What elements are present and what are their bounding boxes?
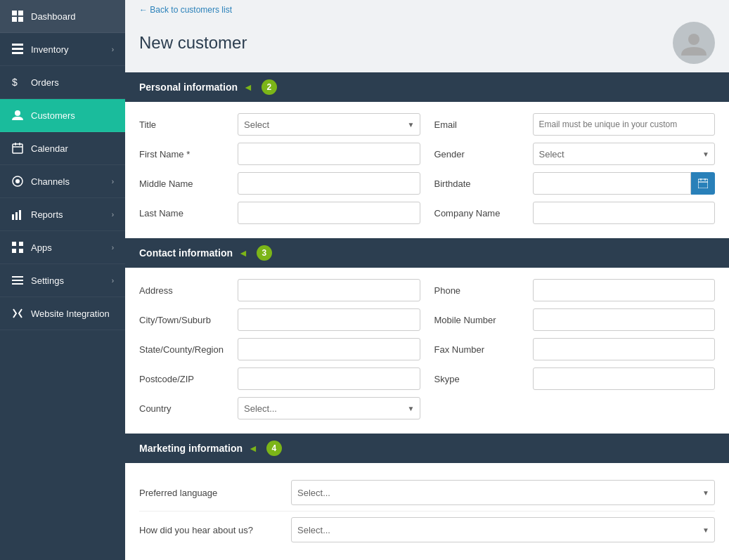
- sidebar-item-inventory[interactable]: Inventory ›: [0, 33, 125, 66]
- contact-badge: 3: [257, 245, 272, 261]
- back-to-customers-link[interactable]: ← Back to customers list: [139, 5, 232, 15]
- svg-rect-9: [13, 144, 22, 153]
- first-name-field-row: First Name *: [139, 143, 420, 165]
- preferred-language-select[interactable]: Select... English French Spanish German: [291, 480, 715, 505]
- fax-label: Fax Number: [434, 344, 526, 355]
- sidebar-item-dashboard[interactable]: Dashboard: [0, 0, 125, 33]
- gender-select[interactable]: Select Male Female Other: [533, 143, 716, 165]
- phone-field-row: Phone: [434, 279, 716, 301]
- phone-input[interactable]: [533, 279, 716, 301]
- skype-input[interactable]: [533, 367, 716, 390]
- fax-input[interactable]: [533, 338, 716, 360]
- how-did-hear-select[interactable]: Select... Google Social Media Word of Mo…: [291, 517, 715, 542]
- sidebar-item-orders-label: Orders: [31, 77, 114, 88]
- last-name-input[interactable]: [238, 202, 420, 224]
- company-name-label: Company Name: [434, 208, 526, 219]
- personal-form-grid: Title Select Mr Mrs Ms Dr: [139, 113, 715, 224]
- svg-rect-23: [12, 280, 23, 281]
- website-integration-icon: [11, 307, 24, 320]
- svg-rect-4: [12, 44, 23, 46]
- skype-field-row: Skype: [434, 367, 716, 390]
- how-did-hear-select-wrapper: Select... Google Social Media Word of Mo…: [291, 517, 715, 542]
- first-name-label: First Name *: [139, 149, 231, 159]
- personal-information-header: Personal information 2: [125, 72, 729, 102]
- address-input[interactable]: [238, 279, 420, 301]
- inventory-arrow-icon: ›: [112, 46, 114, 53]
- svg-rect-5: [12, 48, 23, 50]
- title-select[interactable]: Select Mr Mrs Ms Dr: [238, 113, 420, 136]
- title-select-wrapper: Select Mr Mrs Ms Dr: [238, 113, 420, 136]
- apps-icon: [11, 241, 24, 254]
- personal-information-body: Title Select Mr Mrs Ms Dr: [125, 102, 729, 238]
- channels-arrow-icon: ›: [112, 178, 114, 185]
- birthdate-input-group: [533, 172, 716, 195]
- gender-select-wrapper: Select Male Female Other: [533, 143, 716, 165]
- sidebar-item-website-integration[interactable]: Website Integration: [0, 297, 125, 330]
- svg-rect-19: [19, 242, 23, 246]
- svg-point-14: [15, 179, 20, 183]
- postcode-input[interactable]: [238, 367, 420, 390]
- personal-information-section: Personal information 2 Title Select Mr M…: [125, 72, 729, 238]
- middle-name-label: Middle Name: [139, 178, 231, 189]
- company-name-input[interactable]: [533, 202, 716, 224]
- sidebar-item-calendar[interactable]: Calendar: [0, 132, 125, 165]
- contact-form-grid: Address Phone City/Town/Suburb: [139, 279, 715, 419]
- sidebar-item-customers[interactable]: Customers: [0, 99, 125, 132]
- apps-arrow-icon: ›: [112, 244, 114, 252]
- sidebar-item-settings[interactable]: Settings ›: [0, 264, 125, 297]
- mobile-label: Mobile Number: [434, 315, 526, 325]
- phone-label: Phone: [434, 285, 526, 296]
- sidebar-item-reports-label: Reports: [31, 209, 112, 220]
- dashboard-icon: [11, 10, 24, 22]
- skype-label: Skype: [434, 374, 526, 384]
- title-field-row: Title Select Mr Mrs Ms Dr: [139, 113, 420, 136]
- preferred-language-label: Preferred language: [139, 488, 280, 498]
- sidebar-item-website-integration-label: Website Integration: [31, 308, 114, 319]
- country-field-row: Country Select... United States United K…: [139, 397, 420, 419]
- main-content: ← Back to customers list New customer Pe…: [125, 0, 729, 560]
- sidebar-item-reports[interactable]: Reports ›: [0, 198, 125, 231]
- contact-information-title: Contact information: [139, 247, 233, 259]
- svg-rect-2: [12, 17, 17, 22]
- marketing-information-body: Preferred language Select... English Fre…: [125, 463, 729, 560]
- calendar-picker-button[interactable]: [691, 172, 715, 195]
- city-input[interactable]: [238, 308, 420, 331]
- first-name-input[interactable]: [238, 143, 420, 165]
- sidebar-item-apps-label: Apps: [31, 242, 112, 253]
- email-field-row: Email: [434, 113, 716, 136]
- middle-name-field-row: Middle Name: [139, 172, 420, 195]
- birthdate-label: Birthdate: [434, 178, 526, 189]
- city-field-row: City/Town/Suburb: [139, 308, 420, 331]
- sidebar-item-channels[interactable]: Channels ›: [0, 165, 125, 198]
- sidebar-item-dashboard-label: Dashboard: [31, 11, 114, 22]
- sidebar-item-apps[interactable]: Apps ›: [0, 231, 125, 264]
- birthdate-input[interactable]: [533, 172, 692, 195]
- company-name-field-row: Company Name: [434, 202, 716, 224]
- mobile-input[interactable]: [533, 308, 716, 331]
- svg-rect-1: [18, 11, 23, 15]
- svg-text:$: $: [12, 77, 18, 88]
- preferred-language-row: Preferred language Select... English Fre…: [139, 474, 715, 512]
- address-field-row: Address: [139, 279, 420, 301]
- svg-rect-21: [19, 249, 23, 253]
- svg-rect-17: [19, 210, 21, 220]
- svg-rect-15: [12, 214, 14, 220]
- settings-icon: [11, 274, 24, 287]
- page-title: New customer: [139, 33, 247, 53]
- contact-information-body: Address Phone City/Town/Suburb: [125, 268, 729, 434]
- reports-icon: [11, 208, 24, 221]
- how-did-hear-label: How did you hear about us?: [139, 525, 280, 535]
- email-label: Email: [434, 119, 526, 130]
- marketing-arrow-annotation: [248, 443, 258, 454]
- marketing-information-title: Marketing information: [139, 443, 243, 454]
- personal-badge: 2: [262, 79, 277, 95]
- sidebar-item-orders[interactable]: $ Orders: [0, 66, 125, 99]
- email-input[interactable]: [533, 113, 716, 136]
- middle-name-input[interactable]: [238, 172, 420, 195]
- country-select[interactable]: Select... United States United Kingdom A…: [238, 397, 420, 419]
- state-label: State/County/Region: [139, 344, 231, 355]
- state-input[interactable]: [238, 338, 420, 360]
- sidebar-item-inventory-label: Inventory: [31, 44, 112, 55]
- fax-field-row: Fax Number: [434, 338, 716, 360]
- title-label: Title: [139, 119, 231, 130]
